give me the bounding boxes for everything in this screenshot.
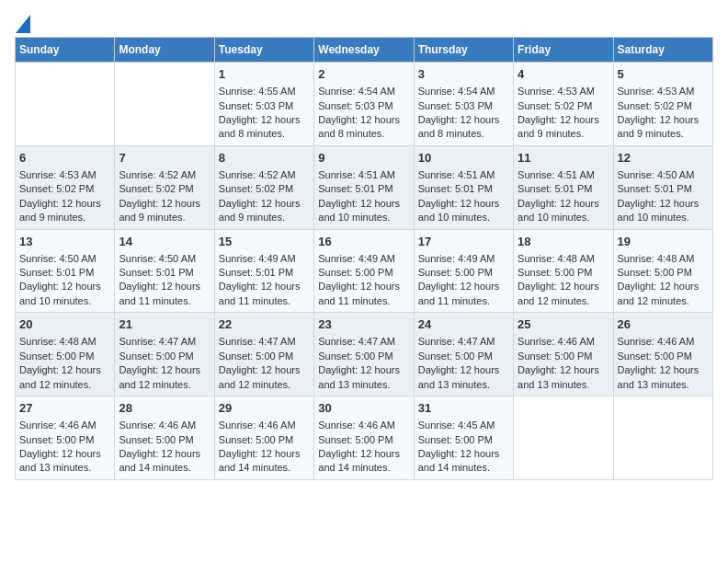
logo [15,15,31,29]
day-number: 25 [518,316,609,333]
daylight-text: Daylight: 12 hours and 10 minutes. [318,198,400,223]
sunset-text: Sunset: 5:00 PM [318,267,392,278]
calendar-day-cell: 8Sunrise: 4:52 AMSunset: 5:02 PMDaylight… [214,145,313,229]
sunrise-text: Sunrise: 4:50 AM [19,253,97,264]
day-number: 26 [618,316,709,333]
daylight-text: Daylight: 12 hours and 12 minutes. [518,281,599,305]
sunrise-text: Sunrise: 4:48 AM [19,336,97,347]
weekday-header-cell: Friday [514,38,613,63]
calendar-day-cell: 16Sunrise: 4:49 AMSunset: 5:00 PMDayligh… [314,229,414,313]
sunset-text: Sunset: 5:00 PM [19,350,94,362]
sunset-text: Sunset: 5:02 PM [19,183,94,194]
sunset-text: Sunset: 5:00 PM [19,434,94,445]
day-number: 22 [219,316,310,333]
sunrise-text: Sunrise: 4:51 AM [518,169,595,180]
sunset-text: Sunset: 5:00 PM [618,350,692,362]
day-number: 4 [518,66,609,83]
calendar-day-cell [16,63,115,146]
weekday-header-cell: Sunday [16,38,115,63]
daylight-text: Daylight: 12 hours and 14 minutes. [318,448,400,473]
sunset-text: Sunset: 5:00 PM [219,350,293,362]
day-number: 8 [219,150,310,167]
sunrise-text: Sunrise: 4:46 AM [618,336,695,347]
sunrise-text: Sunrise: 4:54 AM [318,86,395,97]
sunset-text: Sunset: 5:00 PM [518,350,592,362]
sunset-text: Sunset: 5:00 PM [618,267,692,278]
sunset-text: Sunset: 5:01 PM [518,183,592,194]
day-number: 15 [219,234,310,250]
sunrise-text: Sunrise: 4:46 AM [318,419,395,431]
calendar-day-cell: 31Sunrise: 4:45 AMSunset: 5:00 PMDayligh… [414,396,513,480]
logo-triangle-icon [16,15,30,33]
day-number: 6 [19,150,110,167]
sunset-text: Sunset: 5:00 PM [418,267,493,278]
calendar-day-cell: 25Sunrise: 4:46 AMSunset: 5:00 PMDayligh… [514,313,613,396]
calendar-day-cell [514,396,613,480]
day-number: 31 [418,400,509,417]
daylight-text: Daylight: 12 hours and 14 minutes. [418,448,500,473]
daylight-text: Daylight: 12 hours and 14 minutes. [219,448,301,473]
day-number: 9 [318,150,409,167]
daylight-text: Daylight: 12 hours and 8 minutes. [318,114,400,139]
calendar-day-cell [115,63,214,146]
day-number: 21 [119,316,210,333]
sunset-text: Sunset: 5:02 PM [119,183,193,194]
day-number: 13 [19,234,110,250]
daylight-text: Daylight: 12 hours and 12 minutes. [119,364,200,389]
daylight-text: Daylight: 12 hours and 8 minutes. [418,114,500,139]
daylight-text: Daylight: 12 hours and 8 minutes. [219,114,301,139]
calendar-day-cell: 3Sunrise: 4:54 AMSunset: 5:03 PMDaylight… [414,63,513,146]
daylight-text: Daylight: 12 hours and 12 minutes. [618,281,700,305]
calendar-day-cell: 7Sunrise: 4:52 AMSunset: 5:02 PMDaylight… [115,145,214,229]
calendar-day-cell: 22Sunrise: 4:47 AMSunset: 5:00 PMDayligh… [214,313,313,396]
daylight-text: Daylight: 12 hours and 10 minutes. [518,198,599,223]
calendar-table: SundayMondayTuesdayWednesdayThursdayFrid… [15,37,713,480]
sunset-text: Sunset: 5:01 PM [418,183,493,194]
daylight-text: Daylight: 12 hours and 9 minutes. [19,198,101,223]
calendar-day-cell: 15Sunrise: 4:49 AMSunset: 5:01 PMDayligh… [214,229,313,313]
sunrise-text: Sunrise: 4:49 AM [219,253,296,264]
calendar-day-cell: 10Sunrise: 4:51 AMSunset: 5:01 PMDayligh… [414,145,513,229]
calendar-day-cell: 17Sunrise: 4:49 AMSunset: 5:00 PMDayligh… [414,229,513,313]
daylight-text: Daylight: 12 hours and 11 minutes. [219,281,301,305]
sunset-text: Sunset: 5:00 PM [418,350,493,362]
sunset-text: Sunset: 5:03 PM [318,100,392,111]
sunrise-text: Sunrise: 4:53 AM [618,86,695,97]
sunset-text: Sunset: 5:01 PM [618,183,692,194]
sunrise-text: Sunrise: 4:47 AM [318,336,395,347]
calendar-day-cell: 14Sunrise: 4:50 AMSunset: 5:01 PMDayligh… [115,229,214,313]
sunrise-text: Sunrise: 4:48 AM [518,253,595,264]
sunrise-text: Sunrise: 4:51 AM [418,169,495,180]
weekday-header-cell: Thursday [414,38,513,63]
day-number: 28 [119,400,210,417]
sunset-text: Sunset: 5:01 PM [119,267,193,278]
sunset-text: Sunset: 5:02 PM [219,183,293,194]
day-number: 30 [318,400,409,417]
calendar-day-cell [613,396,712,480]
daylight-text: Daylight: 12 hours and 13 minutes. [19,448,101,473]
sunrise-text: Sunrise: 4:47 AM [219,336,296,347]
sunset-text: Sunset: 5:00 PM [119,434,193,445]
calendar-week-row: 27Sunrise: 4:46 AMSunset: 5:00 PMDayligh… [16,396,713,480]
sunrise-text: Sunrise: 4:47 AM [119,336,196,347]
day-number: 20 [19,316,110,333]
day-number: 14 [119,234,210,250]
sunrise-text: Sunrise: 4:50 AM [618,169,695,180]
sunrise-text: Sunrise: 4:45 AM [418,419,495,431]
day-number: 11 [518,150,609,167]
calendar-day-cell: 4Sunrise: 4:53 AMSunset: 5:02 PMDaylight… [514,63,613,146]
sunset-text: Sunset: 5:02 PM [618,100,692,111]
calendar-day-cell: 30Sunrise: 4:46 AMSunset: 5:00 PMDayligh… [314,396,414,480]
calendar-day-cell: 24Sunrise: 4:47 AMSunset: 5:00 PMDayligh… [414,313,513,396]
daylight-text: Daylight: 12 hours and 13 minutes. [418,364,500,389]
sunrise-text: Sunrise: 4:49 AM [418,253,495,264]
calendar-day-cell: 9Sunrise: 4:51 AMSunset: 5:01 PMDaylight… [314,145,414,229]
calendar-week-row: 1Sunrise: 4:55 AMSunset: 5:03 PMDaylight… [16,63,713,146]
day-number: 2 [318,66,409,83]
sunset-text: Sunset: 5:00 PM [418,434,493,445]
calendar-day-cell: 2Sunrise: 4:54 AMSunset: 5:03 PMDaylight… [314,63,414,146]
sunset-text: Sunset: 5:03 PM [418,100,493,111]
calendar-day-cell: 13Sunrise: 4:50 AMSunset: 5:01 PMDayligh… [16,229,115,313]
sunset-text: Sunset: 5:03 PM [219,100,293,111]
calendar-day-cell: 26Sunrise: 4:46 AMSunset: 5:00 PMDayligh… [613,313,712,396]
